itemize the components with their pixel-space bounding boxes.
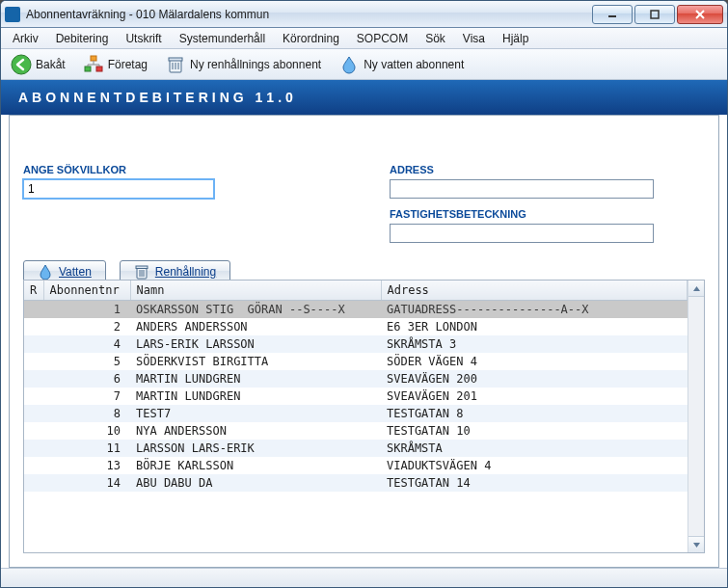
minimize-button[interactable]: [592, 5, 633, 24]
table-cell: [24, 335, 43, 353]
trash-icon: [134, 264, 149, 280]
table-cell: [24, 457, 43, 474]
table-cell: [24, 353, 43, 370]
close-icon: [695, 10, 705, 19]
back-button[interactable]: Bakåt: [7, 52, 69, 77]
vertical-scrollbar[interactable]: [688, 281, 704, 552]
menu-debitering[interactable]: Debitering: [48, 30, 117, 47]
svg-rect-1: [651, 11, 659, 18]
svg-rect-18: [136, 266, 148, 269]
table-row[interactable]: 5SÖDERKVIST BIRGITTASÖDER VÄGEN 4: [24, 353, 688, 370]
search-label: ANGE SÖKVILLKOR: [23, 164, 226, 175]
table-cell: TESTGATAN 10: [381, 422, 688, 440]
col-header-nr[interactable]: Abonnentnr: [43, 281, 130, 301]
table-cell: NYA ANDERSSON: [130, 422, 381, 440]
app-title-band: ABONNENTDEBITERING 11.0: [1, 80, 727, 115]
adress-label: ADRESS: [390, 164, 654, 175]
content-panel: ANGE SÖKVILLKOR ADRESS FASTIGHETSBETECKN…: [9, 115, 719, 568]
table-cell: TEST7: [130, 405, 381, 422]
table-cell: GATUADRESS---------------A--X: [381, 301, 688, 319]
back-label: Bakåt: [36, 58, 66, 71]
new-ren-label: Ny renhållnings abonnent: [190, 58, 321, 71]
vatten-button-label: Vatten: [59, 265, 92, 279]
maximize-icon: [650, 10, 660, 19]
table-cell: ABU DABU DA: [130, 474, 381, 492]
search-input[interactable]: [23, 179, 214, 199]
table-cell: 4: [43, 335, 130, 353]
table-cell: MARTIN LUNDGREN: [130, 388, 381, 405]
col-header-namn[interactable]: Namn: [130, 281, 381, 301]
menu-systemunderhall[interactable]: Systemunderhåll: [172, 30, 273, 47]
app-icon: [5, 7, 20, 22]
table-cell: 1: [43, 301, 130, 319]
table-cell: 8: [43, 405, 130, 422]
new-vatten-label: Ny vatten abonnent: [364, 58, 464, 71]
table-row[interactable]: 7MARTIN LUNDGRENSVEAVÄGEN 201: [24, 388, 688, 405]
table-cell: [24, 388, 43, 405]
scroll-down-arrow-icon[interactable]: [688, 536, 704, 552]
menu-sok[interactable]: Sök: [418, 30, 453, 47]
col-header-r[interactable]: R: [24, 281, 43, 301]
scroll-up-arrow-icon[interactable]: [688, 281, 704, 297]
table-cell: TESTGATAN 14: [381, 474, 688, 492]
svg-line-2: [696, 11, 704, 18]
table-cell: 2: [43, 318, 130, 335]
table-cell: ANDERS ANDERSSON: [130, 318, 381, 335]
svg-point-4: [12, 55, 31, 74]
table-row[interactable]: 10NYA ANDERSSONTESTGATAN 10: [24, 422, 688, 440]
table-cell: [24, 422, 43, 440]
close-button[interactable]: [677, 5, 723, 24]
table-cell: [24, 405, 43, 422]
table-cell: BÖRJE KARLSSON: [130, 457, 381, 474]
table-cell: VIADUKTSVÄGEN 4: [381, 457, 688, 474]
table-row[interactable]: 6MARTIN LUNDGRENSVEAVÄGEN 200: [24, 370, 688, 388]
table-cell: 7: [43, 388, 130, 405]
table-row[interactable]: 8TEST7TESTGATAN 8: [24, 405, 688, 422]
table-cell: 5: [43, 353, 130, 370]
table-row[interactable]: 13BÖRJE KARLSSONVIADUKTSVÄGEN 4: [24, 457, 688, 474]
table-row[interactable]: 14ABU DABU DATESTGATAN 14: [24, 474, 688, 492]
table-cell: SÖDER VÄGEN 4: [381, 353, 688, 370]
window-controls: [590, 5, 723, 24]
table-row[interactable]: 2ANDERS ANDERSSONE6 3ER LONDON: [24, 318, 688, 335]
titlebar[interactable]: Abonnentavräkning - 010 Mälardalens komm…: [1, 1, 727, 28]
company-button[interactable]: Företag: [79, 52, 151, 77]
table-row[interactable]: 1OSKARSSON STIG GÖRAN --S----XGATUADRESS…: [24, 301, 688, 319]
menu-korordning[interactable]: Körordning: [275, 30, 347, 47]
new-vatten-button[interactable]: Ny vatten abonnent: [335, 52, 468, 77]
col-header-adress[interactable]: Adress: [381, 281, 688, 301]
maximize-button[interactable]: [634, 5, 675, 24]
water-drop-icon: [338, 54, 360, 75]
results-table: R Abonnentnr Namn Adress 1OSKARSSON STIG…: [24, 281, 688, 492]
table-cell: SKRÅMSTA: [381, 440, 688, 457]
fastighet-input[interactable]: [390, 224, 654, 243]
menu-utskrift[interactable]: Utskrift: [118, 30, 169, 47]
adress-input[interactable]: [390, 179, 654, 199]
table-cell: [24, 370, 43, 388]
statusbar: [1, 568, 727, 587]
menu-visa[interactable]: Visa: [455, 30, 493, 47]
menu-hjalp[interactable]: Hjälp: [495, 30, 536, 47]
svg-rect-6: [85, 67, 91, 71]
table-cell: 6: [43, 370, 130, 388]
results-table-scroll[interactable]: R Abonnentnr Namn Adress 1OSKARSSON STIG…: [24, 281, 688, 552]
table-cell: SÖDERKVIST BIRGITTA: [130, 353, 381, 370]
menu-arkiv[interactable]: Arkiv: [5, 30, 46, 47]
table-row[interactable]: 4LARS-ERIK LARSSONSKRÅMSTA 3: [24, 335, 688, 353]
svg-line-3: [696, 11, 704, 18]
table-cell: SVEAVÄGEN 201: [381, 388, 688, 405]
trash-icon: [165, 54, 186, 75]
app-window: Abonnentavräkning - 010 Mälardalens komm…: [0, 0, 728, 588]
table-cell: 13: [43, 457, 130, 474]
table-cell: [24, 318, 43, 335]
table-cell: OSKARSSON STIG GÖRAN --S----X: [130, 301, 381, 319]
table-cell: 14: [43, 474, 130, 492]
menu-sopcom[interactable]: SOPCOM: [349, 30, 416, 47]
table-cell: LARSSON LARS-ERIK: [130, 440, 381, 457]
org-chart-icon: [83, 54, 104, 75]
svg-rect-5: [91, 56, 96, 61]
table-cell: [24, 440, 43, 457]
table-row[interactable]: 11LARSSON LARS-ERIKSKRÅMSTA: [24, 440, 688, 457]
table-cell: MARTIN LUNDGREN: [130, 370, 381, 388]
new-ren-button[interactable]: Ny renhållnings abonnent: [161, 52, 325, 77]
